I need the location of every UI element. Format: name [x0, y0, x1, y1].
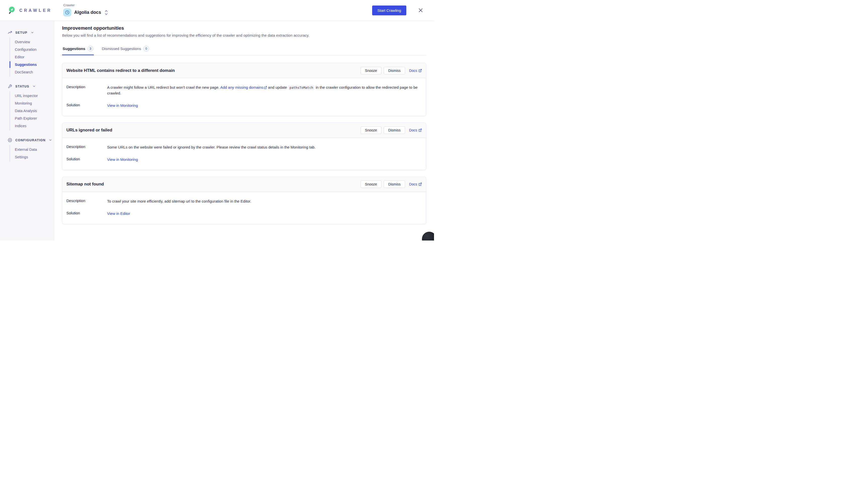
suggestion-card-body: Description To crawl your site more effi… — [62, 192, 426, 224]
description-value: Some URLs on the website were failed or … — [107, 145, 316, 150]
external-link-icon — [418, 183, 422, 186]
tab-count-badge: 3 — [88, 46, 93, 52]
chevron-down-icon — [31, 31, 34, 34]
description-value: A crawler might follow a URL redirect bu… — [107, 85, 422, 96]
sidebar-section-setup-header[interactable]: SETUP — [8, 30, 54, 35]
sidebar-item-data-analysis[interactable]: Data Analysis — [10, 107, 54, 115]
chevron-down-icon — [32, 85, 36, 88]
sidebar-section-label: CONFIGURATION — [16, 138, 45, 142]
paths-to-match-code: pathsToMatch — [288, 85, 315, 90]
suggestion-card-header: URLs ignored or failed Snooze Dismiss Do… — [62, 123, 426, 138]
docs-link-label: Docs — [409, 69, 417, 73]
snooze-button[interactable]: Snooze — [361, 181, 381, 188]
crawler-logo-icon — [8, 6, 16, 14]
sidebar-item-indices[interactable]: Indices — [10, 122, 54, 130]
sidebar-section-configuration: CONFIGURATION External Data Settings — [0, 138, 54, 162]
trending-up-icon — [8, 30, 12, 35]
sidebar: SETUP Overview Configuration Editor Sugg… — [0, 21, 54, 241]
suggestion-card: Sitemap not found Snooze Dismiss Docs De… — [62, 177, 426, 224]
tab-count-badge: 0 — [143, 46, 149, 52]
solution-label: Solution — [66, 103, 107, 108]
crawler-wordmark: CRAWLER — [19, 8, 52, 12]
suggestion-title: Sitemap not found — [66, 182, 104, 187]
gear-icon — [8, 138, 12, 142]
sidebar-item-overview[interactable]: Overview — [10, 38, 54, 46]
tab-suggestions[interactable]: Suggestions 3 — [62, 46, 94, 55]
start-crawling-button[interactable]: Start Crawling — [372, 5, 406, 15]
dismiss-button[interactable]: Dismiss — [384, 67, 405, 74]
snooze-button[interactable]: Snooze — [361, 126, 381, 134]
description-label: Description — [66, 145, 107, 150]
description-text: and update — [267, 85, 288, 90]
sidebar-item-monitoring[interactable]: Monitoring — [10, 99, 54, 107]
app-selector-chevrons-icon[interactable] — [104, 9, 108, 15]
main-content: Suggestions Improvement opportunities Be… — [54, 0, 434, 241]
sidebar-item-docsearch[interactable]: DocSearch — [10, 68, 54, 76]
clock-icon — [63, 8, 71, 16]
tab-dismissed-suggestions[interactable]: Dismissed Suggestions 0 — [101, 46, 150, 55]
dismiss-button[interactable]: Dismiss — [384, 126, 405, 134]
suggestion-card: URLs ignored or failed Snooze Dismiss Do… — [62, 123, 426, 170]
docs-link[interactable]: Docs — [409, 182, 422, 186]
docs-link[interactable]: Docs — [409, 69, 422, 73]
solution-label: Solution — [66, 157, 107, 163]
docs-link-label: Docs — [409, 128, 417, 132]
section-heading: Improvement opportunities — [62, 25, 426, 31]
app-selector[interactable]: Crawler Algolia docs — [63, 3, 108, 16]
suggestion-card-header: Website HTML contains redirect to a diff… — [62, 63, 426, 78]
sidebar-section-label: SETUP — [16, 31, 27, 34]
sidebar-item-suggestions[interactable]: Suggestions — [10, 61, 54, 68]
suggestion-title: Website HTML contains redirect to a diff… — [66, 68, 175, 73]
suggestion-title: URLs ignored or failed — [66, 128, 112, 133]
sidebar-section-status: STATUS URL inspector Monitoring Data Ana… — [0, 84, 54, 130]
sidebar-item-external-data[interactable]: External Data — [10, 146, 54, 153]
tabs: Suggestions 3 Dismissed Suggestions 0 — [62, 46, 426, 55]
app-selector-label: Crawler — [63, 3, 108, 7]
dismiss-button[interactable]: Dismiss — [384, 181, 405, 188]
external-link-icon — [418, 69, 422, 72]
view-in-monitoring-link[interactable]: View in Monitoring — [107, 103, 138, 107]
close-button[interactable] — [418, 7, 424, 13]
close-icon — [418, 7, 424, 13]
section-description: Below you will find a list of recommenda… — [62, 33, 426, 37]
docs-link-label: Docs — [409, 182, 417, 186]
wrench-icon — [8, 84, 12, 89]
view-in-editor-link[interactable]: View in Editor — [107, 211, 130, 216]
app-name: Algolia docs — [74, 10, 101, 15]
view-in-monitoring-link[interactable]: View in Monitoring — [107, 157, 138, 162]
description-label: Description — [66, 85, 107, 96]
description-value: To crawl your site more efficiently, add… — [107, 198, 251, 204]
sidebar-item-path-explorer[interactable]: Path Explorer — [10, 115, 54, 122]
tab-label: Suggestions — [63, 46, 85, 51]
solution-label: Solution — [66, 211, 107, 217]
chevron-down-icon — [49, 138, 52, 142]
sidebar-section-configuration-header[interactable]: CONFIGURATION — [8, 138, 54, 142]
docs-link[interactable]: Docs — [409, 128, 422, 132]
sidebar-item-url-inspector[interactable]: URL inspector — [10, 92, 54, 99]
sidebar-item-settings[interactable]: Settings — [10, 153, 54, 161]
topbar: CRAWLER Crawler Algolia docs Start Crawl… — [0, 0, 434, 21]
sidebar-item-editor[interactable]: Editor — [10, 53, 54, 61]
description-text: A crawler might follow a URL redirect bu… — [107, 85, 220, 90]
sidebar-item-configuration[interactable]: Configuration — [10, 46, 54, 53]
description-label: Description — [66, 198, 107, 204]
external-link-icon — [418, 128, 422, 132]
suggestion-card-header: Sitemap not found Snooze Dismiss Docs — [62, 177, 426, 192]
suggestion-card-body: Description A crawler might follow a URL… — [62, 78, 426, 116]
sidebar-section-setup: SETUP Overview Configuration Editor Sugg… — [0, 30, 54, 77]
add-missing-domains-link-label: Add any missing domains — [220, 85, 263, 90]
add-missing-domains-link[interactable]: Add any missing domains — [220, 85, 267, 90]
tab-label: Dismissed Suggestions — [102, 46, 141, 51]
sidebar-section-label: STATUS — [16, 85, 29, 88]
snooze-button[interactable]: Snooze — [361, 67, 381, 74]
sidebar-section-status-header[interactable]: STATUS — [8, 84, 54, 89]
crawler-logo: CRAWLER — [8, 6, 52, 14]
suggestion-card-body: Description Some URLs on the website wer… — [62, 138, 426, 170]
suggestion-card: Website HTML contains redirect to a diff… — [62, 63, 426, 116]
